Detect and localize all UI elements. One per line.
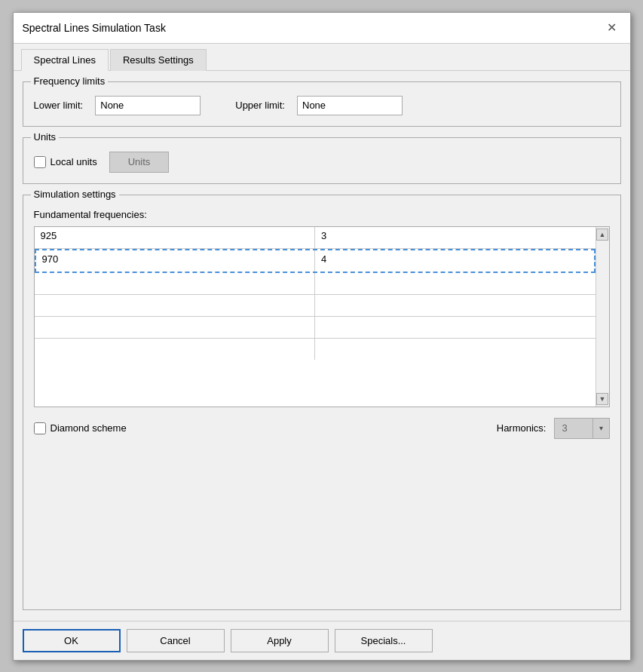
lower-limit-input[interactable] bbox=[95, 96, 201, 115]
arrow-down-icon: ▼ bbox=[599, 395, 606, 403]
cancel-button[interactable]: Cancel bbox=[127, 629, 225, 652]
lower-limit-label: Lower limit: bbox=[34, 100, 84, 111]
table-row[interactable]: 925 3 bbox=[35, 227, 596, 249]
upper-limit-input[interactable] bbox=[297, 96, 403, 115]
grid-scroll-wrapper: 925 3 970 4 bbox=[35, 227, 609, 407]
frequency-limits-legend: Frequency limits bbox=[31, 75, 109, 87]
ok-button[interactable]: OK bbox=[23, 629, 121, 652]
bottom-row: Diamond scheme Harmonics: 3 ▾ bbox=[34, 418, 610, 439]
scroll-down-arrow[interactable]: ▼ bbox=[596, 393, 608, 405]
units-legend: Units bbox=[31, 131, 60, 143]
grid-cell-col2 bbox=[315, 273, 596, 294]
harmonics-value: 3 bbox=[555, 422, 592, 434]
content-area: Frequency limits Lower limit: Upper limi… bbox=[14, 71, 630, 621]
close-icon: ✕ bbox=[607, 20, 617, 35]
grid-cell-col1 bbox=[35, 295, 316, 316]
close-button[interactable]: ✕ bbox=[603, 19, 621, 37]
chevron-down-icon: ▾ bbox=[599, 424, 603, 432]
units-button[interactable]: Units bbox=[109, 152, 170, 173]
simulation-settings-legend: Simulation settings bbox=[31, 189, 119, 200]
tabs-container: Spectral Lines Results Settings bbox=[14, 44, 630, 71]
units-group: Units Local units Units bbox=[23, 137, 621, 184]
harmonics-label: Harmonics: bbox=[497, 422, 547, 434]
footer-buttons: OK Cancel Apply Specials... bbox=[14, 621, 630, 660]
grid-cell-col1 bbox=[35, 273, 316, 294]
tab-spectral-lines[interactable]: Spectral Lines bbox=[21, 49, 109, 71]
fundamental-frequencies-label: Fundamental frequencies: bbox=[34, 209, 610, 220]
upper-limit-label: Upper limit: bbox=[235, 100, 285, 111]
grid-cell-col1: 970 bbox=[36, 250, 316, 272]
grid-cell-col1: 925 bbox=[35, 227, 316, 248]
title-bar: Spectral Lines Simulation Task ✕ bbox=[14, 13, 630, 44]
frequency-limits-group: Frequency limits Lower limit: Upper limi… bbox=[23, 81, 621, 127]
dialog: Spectral Lines Simulation Task ✕ Spectra… bbox=[13, 12, 631, 661]
grid-scrollbar: ▲ ▼ bbox=[596, 227, 609, 407]
local-units-checkbox[interactable] bbox=[34, 156, 46, 168]
harmonics-dropdown-arrow[interactable]: ▾ bbox=[592, 419, 609, 438]
table-row[interactable] bbox=[35, 339, 596, 360]
harmonics-select[interactable]: 3 ▾ bbox=[554, 418, 610, 439]
grid-cell-col2 bbox=[315, 317, 596, 338]
dialog-title: Spectral Lines Simulation Task bbox=[23, 22, 166, 34]
grid-cell-col1 bbox=[35, 317, 316, 338]
grid-cell-col2: 3 bbox=[315, 227, 596, 248]
apply-button[interactable]: Apply bbox=[231, 629, 329, 652]
grid-cell-col2: 4 bbox=[315, 250, 594, 272]
tab-results-settings[interactable]: Results Settings bbox=[110, 49, 207, 71]
arrow-up-icon: ▲ bbox=[599, 231, 606, 238]
diamond-scheme-label: Diamond scheme bbox=[51, 422, 127, 434]
table-row[interactable] bbox=[35, 317, 596, 339]
grid-cell-col1 bbox=[35, 339, 316, 360]
units-row: Local units Units bbox=[34, 152, 610, 173]
table-row[interactable] bbox=[35, 273, 596, 295]
diamond-scheme-checkbox[interactable] bbox=[34, 422, 46, 434]
grid-body: 925 3 970 4 bbox=[35, 227, 596, 407]
simulation-settings-group: Simulation settings Fundamental frequenc… bbox=[23, 195, 621, 610]
local-units-checkbox-label[interactable]: Local units bbox=[34, 156, 97, 168]
frequency-limits-row: Lower limit: Upper limit: bbox=[34, 96, 610, 115]
diamond-scheme-checkbox-label[interactable]: Diamond scheme bbox=[34, 422, 127, 434]
scroll-up-arrow[interactable]: ▲ bbox=[596, 229, 608, 241]
table-row[interactable]: 970 4 bbox=[35, 249, 596, 273]
specials-button[interactable]: Specials... bbox=[335, 629, 433, 652]
grid-cell-col2 bbox=[315, 339, 596, 360]
table-row[interactable] bbox=[35, 295, 596, 317]
local-units-label: Local units bbox=[51, 156, 97, 167]
frequencies-grid: 925 3 970 4 bbox=[34, 226, 610, 407]
grid-cell-col2 bbox=[315, 295, 596, 316]
harmonics-row: Harmonics: 3 ▾ bbox=[497, 418, 610, 439]
